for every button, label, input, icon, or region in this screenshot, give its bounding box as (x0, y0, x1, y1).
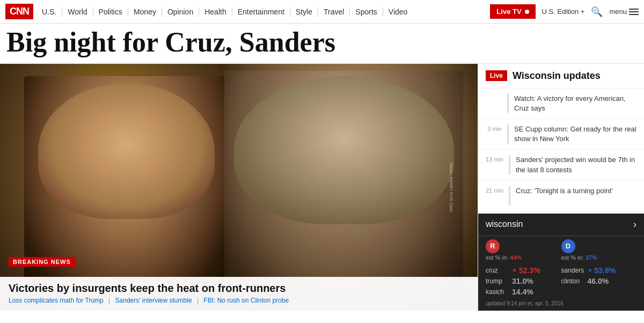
candidate-sanders[interactable]: sanders ★ 53.8% (561, 265, 637, 276)
cruz-pct: 52.3% (519, 266, 540, 275)
nav-politics[interactable]: Politics (93, 8, 128, 16)
live-tv-button[interactable]: Live TV (490, 4, 535, 19)
main-headline[interactable]: Big night for Cruz, Sanders (6, 28, 638, 57)
photo-credit: NIGEL PARRY FOR CNN (449, 163, 453, 211)
democrat-col: D est % in: 37% (561, 239, 637, 261)
hero-link-divider-1: | (108, 297, 112, 304)
update-bar (509, 186, 510, 205)
hero-link-3[interactable]: FBI: No rush on Clinton probe (203, 297, 289, 304)
top-nav: CNN U.S. World Politics Money Opinion He… (0, 0, 644, 24)
nav-sports[interactable]: Sports (350, 8, 383, 16)
menu-label: menu (609, 8, 627, 16)
nav-right: Live TV U.S. Edition + 🔍 menu (490, 4, 639, 19)
update-bar (507, 94, 509, 113)
republican-col: R est % in: 44% (486, 239, 561, 261)
wisconsin-header[interactable]: wisconsin › (478, 214, 644, 236)
update-bar (509, 155, 510, 174)
sanders-pct: 53.8% (595, 266, 616, 275)
live-updates-title: Wisconsin updates (513, 70, 601, 82)
update-time-2: 3 min (486, 124, 502, 132)
trump-name: trump (486, 277, 510, 285)
search-icon[interactable]: 🔍 (591, 6, 603, 18)
democrat-candidates: sanders ★ 53.8% clinton 46.0% (561, 265, 637, 297)
republican-est: est % in: 44% (486, 254, 561, 261)
nav-us[interactable]: U.S. (42, 8, 62, 16)
clinton-pct: 46.0% (588, 277, 609, 285)
candidate-cruz[interactable]: cruz ★ 52.3% (486, 265, 561, 276)
kasich-pct: 14.4% (512, 288, 533, 296)
live-dot (525, 10, 529, 14)
r-est-value: 44% (510, 254, 522, 261)
chevron-right-icon[interactable]: › (633, 219, 636, 230)
update-item[interactable]: 21 min Cruz: 'Tonight is a turning point… (478, 181, 644, 211)
hero-links: Loss complicates math for Trump | Sander… (9, 297, 469, 304)
democrat-est: est % in: 37% (561, 254, 637, 261)
headline-bar: Big night for Cruz, Sanders (0, 24, 644, 64)
nav-opinion[interactable]: Opinion (162, 8, 199, 16)
update-item[interactable]: 3 min SE Cupp column: Get ready for the … (478, 119, 644, 150)
hero-title[interactable]: Victories by insurgents keep the heat on… (9, 282, 469, 295)
hamburger-icon (629, 9, 639, 15)
d-est-label: est % in: (561, 254, 584, 261)
live-badge: Live (486, 70, 507, 81)
sanders-star: ★ (588, 267, 592, 273)
democrat-badge: D (561, 239, 575, 253)
sanders-name: sanders (561, 267, 586, 274)
trump-pct: 31.0% (512, 277, 533, 285)
hero-image: NIGEL PARRY FOR CNN (0, 64, 478, 311)
republican-candidates: cruz ★ 52.3% trump 31.0% kasich 14.4% (486, 265, 561, 297)
hero-link-divider-2: | (197, 297, 200, 304)
clinton-name: clinton (561, 277, 586, 285)
nav-links: U.S. World Politics Money Opinion Health… (42, 8, 490, 16)
candidate-trump[interactable]: trump 31.0% (486, 276, 561, 287)
r-est-label: est % in: (486, 254, 508, 261)
d-est-value: 37% (586, 254, 597, 261)
update-time-1 (486, 94, 502, 95)
edition-button[interactable]: U.S. Edition + (542, 8, 585, 16)
cruz-name: cruz (486, 267, 510, 274)
sidebar: Live Wisconsin updates Watch: A victory … (478, 64, 644, 311)
update-text-3: Sanders' projected win would be 7th in t… (516, 155, 636, 174)
hero-link-2[interactable]: Sanders' interview stumble (115, 297, 192, 304)
cnn-logo[interactable]: CNN (5, 4, 33, 19)
nav-entertainment[interactable]: Entertainment (232, 8, 290, 16)
kasich-name: kasich (486, 288, 510, 296)
candidates-row: cruz ★ 52.3% trump 31.0% kasich 14.4% (478, 264, 644, 298)
candidate-kasich[interactable]: kasich 14.4% (486, 287, 561, 297)
wisconsin-box: wisconsin › R est % in: 44% D est % in: (478, 214, 644, 311)
main-content: NIGEL PARRY FOR CNN BREAKING NEWS Victor… (0, 64, 644, 311)
candidate-clinton[interactable]: clinton 46.0% (561, 276, 637, 287)
live-tv-label: Live TV (496, 8, 521, 16)
menu-button[interactable]: menu (609, 8, 639, 16)
hero-caption: Victories by insurgents keep the heat on… (0, 277, 478, 311)
parties-row: R est % in: 44% D est % in: 37% (478, 236, 644, 264)
update-text-2: SE Cupp column: Get ready for the real s… (514, 124, 636, 144)
live-updates-header: Live Wisconsin updates (478, 64, 644, 89)
update-time-3: 13 min (486, 155, 503, 163)
update-time-4: 21 min (486, 186, 503, 194)
updates-list: Watch: A victory for every American, Cru… (478, 89, 644, 214)
nav-travel[interactable]: Travel (318, 8, 350, 16)
cruz-star: ★ (512, 267, 517, 273)
nav-video[interactable]: Video (383, 8, 413, 16)
nav-money[interactable]: Money (128, 8, 162, 16)
breaking-news-badge: BREAKING NEWS (9, 257, 75, 267)
hero-section[interactable]: NIGEL PARRY FOR CNN BREAKING NEWS Victor… (0, 64, 478, 311)
update-text-1: Watch: A victory for every American, Cru… (514, 94, 636, 113)
update-item[interactable]: Watch: A victory for every American, Cru… (478, 89, 644, 119)
nav-world[interactable]: World (62, 8, 93, 16)
update-bar (507, 124, 509, 144)
nav-style[interactable]: Style (290, 8, 318, 16)
nav-health[interactable]: Health (199, 8, 232, 16)
republican-badge: R (486, 239, 500, 253)
wisconsin-footer: updated 9:14 pm et, apr. 5, 2016 (478, 298, 644, 311)
hero-link-1[interactable]: Loss complicates math for Trump (9, 297, 104, 304)
update-text-4: Cruz: 'Tonight is a turning point' (516, 186, 613, 196)
update-item[interactable]: 13 min Sanders' projected win would be 7… (478, 150, 644, 180)
wisconsin-title: wisconsin (486, 219, 523, 229)
